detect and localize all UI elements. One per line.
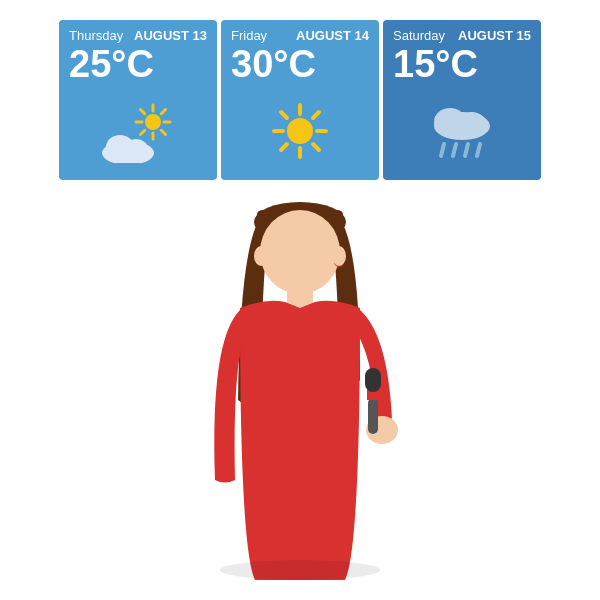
scene: Thursday AUGUST 13 25°C [40,20,560,580]
date-label-saturday: AUGUST 15 [458,28,531,43]
day-label-friday: Friday [231,28,267,43]
svg-line-24 [441,144,444,156]
svg-point-23 [458,112,486,136]
card-header-friday: Friday AUGUST 14 [231,28,369,43]
icon-saturday [393,87,531,174]
sun-only-icon [270,101,330,161]
date-label-friday: AUGUST 14 [296,28,369,43]
svg-line-18 [313,112,319,118]
rain-cloud-icon [426,102,498,160]
svg-line-6 [161,109,165,113]
svg-line-27 [477,144,480,156]
weather-card-friday: Friday AUGUST 14 30°C [221,20,379,180]
svg-point-11 [124,139,148,159]
temp-friday: 30°C [231,45,316,83]
person-shadow [220,560,380,580]
svg-point-20 [287,118,313,144]
svg-rect-36 [368,398,378,434]
weather-board: Thursday AUGUST 13 25°C [59,20,541,180]
svg-line-25 [453,144,456,156]
reporter-figure [160,180,440,580]
svg-line-19 [281,144,287,150]
temp-saturday: 15°C [393,45,478,83]
svg-point-31 [254,246,268,266]
svg-line-16 [281,112,287,118]
icon-friday [231,87,369,174]
svg-line-26 [465,144,468,156]
sun-cloud-icon [98,103,178,159]
card-header-thursday: Thursday AUGUST 13 [69,28,207,43]
svg-point-30 [260,210,340,294]
temp-thursday: 25°C [69,45,154,83]
date-label-thursday: AUGUST 13 [134,28,207,43]
svg-line-4 [141,109,145,113]
cloud-white-icon [98,127,154,159]
weather-card-thursday: Thursday AUGUST 13 25°C [59,20,217,180]
icon-thursday [69,87,207,174]
weather-card-saturday: Saturday AUGUST 15 15°C [383,20,541,180]
svg-line-5 [161,130,165,134]
svg-rect-38 [365,368,381,392]
card-header-saturday: Saturday AUGUST 15 [393,28,531,43]
reporter-svg [160,180,440,580]
svg-line-17 [313,144,319,150]
day-label-thursday: Thursday [69,28,123,43]
svg-point-33 [332,246,346,266]
day-label-saturday: Saturday [393,28,445,43]
